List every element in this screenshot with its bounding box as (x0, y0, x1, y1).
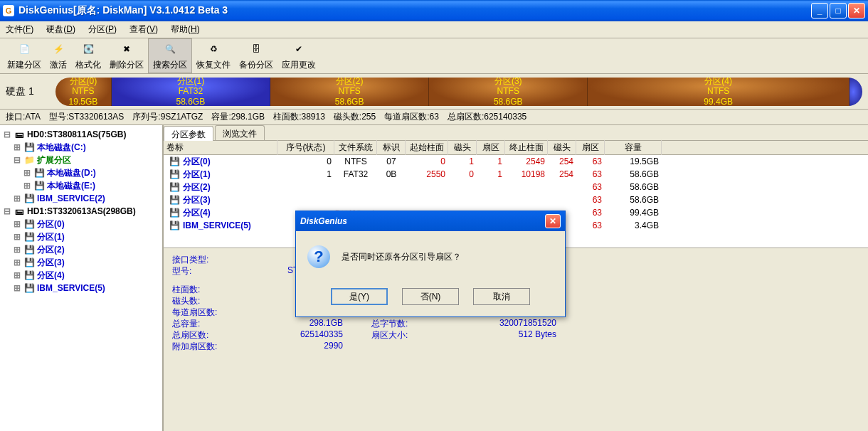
partition-segment[interactable]: 分区(0)NTFS19.5GB (55, 78, 112, 106)
info-cyl-label: 柱面数: (172, 284, 243, 295)
tb-new-partition[interactable]: 📄新建分区 (3, 39, 46, 73)
table-row[interactable]: 💾分区(2) 63 58.6GB (164, 181, 868, 193)
expander-icon[interactable]: ⊟ (13, 155, 21, 165)
partition-segment[interactable]: 分区(1)FAT3258.6GB (112, 78, 270, 106)
table-row[interactable]: 💾分区(0) 0 NTFS 07 0 1 1 2549 254 63 19.5G… (164, 155, 868, 168)
tab-browse[interactable]: 浏览文件 (215, 125, 265, 140)
tree-hd0-ibm[interactable]: ⊞💾IBM_SERVICE(2) (3, 192, 159, 205)
dialog-cancel-button[interactable]: 取消 (473, 288, 530, 305)
tree-hd1[interactable]: ⊟🖴HD1:ST3320613AS(298GB) (3, 205, 159, 218)
expander-icon[interactable]: ⊞ (23, 181, 31, 191)
menubar: 文件(F) 硬盘(D) 分区(P) 查看(V) 帮助(H) (0, 21, 868, 38)
col-sec2[interactable]: 扇区 (576, 140, 605, 155)
sb-serial: 序列号:9SZ1ATGZ (132, 111, 203, 123)
status-bar: 接口:ATA 型号:ST3320613AS 序列号:9SZ1ATGZ 容量:29… (0, 110, 868, 125)
activate-icon: ⚡ (50, 41, 67, 58)
tb-format[interactable]: 💽格式化 (71, 39, 105, 73)
tb-delete[interactable]: ✖删除分区 (105, 39, 148, 73)
tb-backup[interactable]: 🗄备份分区 (235, 39, 277, 73)
col-head1[interactable]: 磁头 (448, 140, 477, 155)
table-row[interactable]: 💾分区(3) 63 58.6GB (164, 193, 868, 206)
drive-icon: 💾 (23, 257, 35, 267)
disk-map: 硬盘 1 分区(0)NTFS19.5GB分区(1)FAT3258.6GB分区(2… (0, 74, 868, 110)
tree-hd0-e[interactable]: ⊞💾本地磁盘(E:) (3, 179, 159, 192)
disk-cylinder: 分区(0)NTFS19.5GB分区(1)FAT3258.6GB分区(2)NTFS… (55, 78, 862, 106)
tree-hd1-p3[interactable]: ⊞💾分区(3) (3, 256, 159, 269)
info-addl-value: 2990 (243, 341, 343, 352)
partition-segment[interactable]: 分区(4)NTFS99.4GB (588, 78, 850, 106)
info-secsize-value: 512 Bytes (457, 329, 556, 341)
tree-hd1-p0[interactable]: ⊞💾分区(0) (3, 218, 159, 230)
col-seq[interactable]: 序号(状态) (277, 140, 334, 155)
expander-icon[interactable]: ⊞ (13, 270, 21, 280)
tree-hd0-c[interactable]: ⊞💾本地磁盘(C:) (3, 141, 159, 154)
titlebar: G DiskGenius[原名: DiskMan] V3.1.0412 Beta… (0, 0, 868, 21)
expander-icon[interactable]: ⊞ (13, 245, 21, 255)
expander-icon[interactable]: ⊞ (23, 168, 31, 178)
col-start-cyl[interactable]: 起始柱面 (406, 140, 448, 155)
tree-hd0-d[interactable]: ⊞💾本地磁盘(D:) (3, 166, 159, 179)
expander-icon[interactable]: ⊟ (3, 129, 11, 139)
partition-segment[interactable]: 分区(3)NTFS58.6GB (429, 78, 588, 106)
col-fs[interactable]: 文件系统 (334, 140, 377, 155)
tb-recover[interactable]: ♻恢复文件 (192, 39, 235, 73)
tree-hd1-p4[interactable]: ⊞💾分区(4) (3, 269, 159, 282)
sb-total-sectors: 总扇区数:625140335 (448, 111, 526, 123)
dialog-message: 是否同时还原各分区引导扇区？ (342, 251, 461, 263)
tree-hd0-ext[interactable]: ⊟📁扩展分区 (3, 154, 159, 166)
col-head2[interactable]: 磁头 (548, 140, 576, 155)
tb-search[interactable]: 🔍搜索分区 (148, 38, 192, 73)
minimize-button[interactable]: _ (811, 3, 828, 18)
partition-segment[interactable]: 分区(2)NTFS58.6GB (270, 78, 429, 106)
recover-icon: ♻ (205, 41, 222, 58)
menu-disk[interactable]: 硬盘(D) (46, 23, 75, 36)
expander-icon[interactable]: ⊞ (13, 193, 21, 203)
cylinder-cap (850, 78, 862, 106)
tb-activate[interactable]: ⚡激活 (46, 39, 71, 73)
menu-file[interactable]: 文件(F) (6, 23, 33, 36)
dialog-title: DiskGenius (300, 216, 347, 226)
maximize-button[interactable]: □ (830, 3, 847, 18)
drive-icon: 💾 (33, 181, 45, 191)
question-icon: ? (307, 245, 330, 268)
grid-header: 卷标 序号(状态) 文件系统 标识 起始柱面 磁头 扇区 终止柱面 磁头 扇区 … (164, 141, 868, 155)
search-icon: 🔍 (162, 41, 179, 58)
table-row[interactable]: 💾分区(1) 1 FAT32 0B 2550 0 1 10198 254 63 … (164, 168, 868, 181)
tree-hd1-ibm[interactable]: ⊞💾IBM_SERVICE(5) (3, 282, 159, 294)
tabs: 分区参数 浏览文件 (164, 125, 868, 141)
info-sec-value: 625140335 (243, 329, 343, 341)
folder-icon: 📁 (23, 155, 35, 165)
col-capacity[interactable]: 容量 (605, 140, 662, 155)
tree-hd1-p1[interactable]: ⊞💾分区(1) (3, 230, 159, 243)
info-interface-label: 接口类型: (172, 254, 243, 265)
menu-view[interactable]: 查看(V) (129, 23, 158, 36)
dialog-titlebar[interactable]: DiskGenius ✕ (296, 211, 565, 231)
menu-help[interactable]: 帮助(H) (171, 23, 200, 36)
col-sec1[interactable]: 扇区 (477, 140, 505, 155)
expander-icon[interactable]: ⊞ (13, 232, 21, 242)
sb-cylinders: 柱面数:38913 (273, 111, 325, 123)
dialog-close-button[interactable]: ✕ (545, 214, 561, 228)
confirm-dialog: DiskGenius ✕ ? 是否同时还原各分区引导扇区？ 是(Y) 否(N) … (295, 211, 566, 317)
expander-icon[interactable]: ⊞ (13, 219, 21, 229)
col-id[interactable]: 标识 (377, 140, 406, 155)
dialog-no-button[interactable]: 否(N) (402, 288, 459, 305)
expander-icon[interactable]: ⊞ (13, 283, 21, 293)
expander-icon[interactable]: ⊞ (13, 142, 21, 152)
info-addl-label: 附加扇区数: (172, 341, 243, 352)
expander-icon[interactable]: ⊟ (3, 206, 11, 216)
expander-icon[interactable]: ⊞ (13, 257, 21, 267)
menu-partition[interactable]: 分区(P) (88, 23, 117, 36)
disk-label: 硬盘 1 (6, 85, 55, 98)
sb-interface: 接口:ATA (6, 111, 41, 123)
close-button[interactable]: ✕ (848, 3, 865, 18)
col-label[interactable]: 卷标 (164, 140, 277, 155)
tree-hd1-p2[interactable]: ⊞💾分区(2) (3, 243, 159, 256)
tree-hd0[interactable]: ⊟🖴HD0:ST380811AS(75GB) (3, 128, 159, 141)
drive-icon: 💾 (23, 193, 35, 203)
col-end-cyl[interactable]: 终止柱面 (505, 140, 548, 155)
tab-params[interactable]: 分区参数 (164, 126, 213, 141)
dialog-yes-button[interactable]: 是(Y) (331, 288, 388, 305)
tb-apply[interactable]: ✔应用更改 (277, 39, 320, 73)
tree-panel[interactable]: ⊟🖴HD0:ST380811AS(75GB) ⊞💾本地磁盘(C:) ⊟📁扩展分区… (0, 125, 164, 431)
